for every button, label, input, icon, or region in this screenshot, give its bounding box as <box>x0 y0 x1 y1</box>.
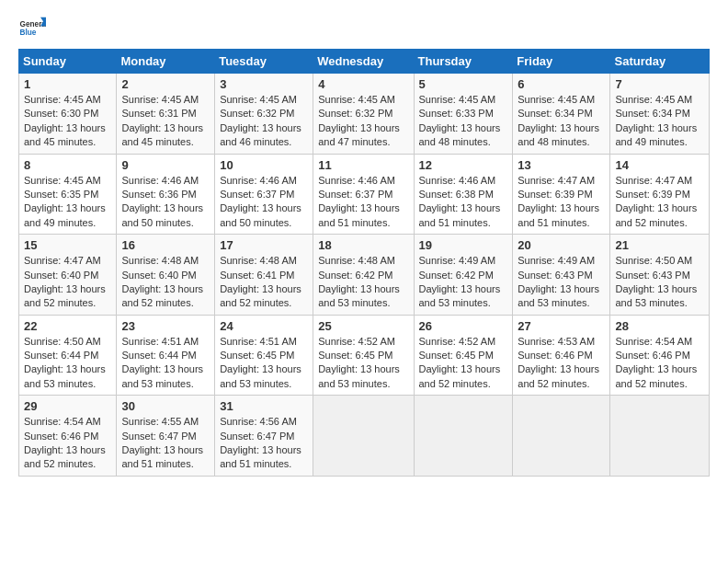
table-row: 8 Sunrise: 4:45 AMSunset: 6:35 PMDayligh… <box>19 154 117 235</box>
day-number: 15 <box>24 238 111 252</box>
day-number: 11 <box>318 158 408 172</box>
day-number: 6 <box>518 77 605 91</box>
table-row: 25 Sunrise: 4:52 AMSunset: 6:45 PMDaylig… <box>313 315 414 396</box>
table-row: 10 Sunrise: 4:46 AMSunset: 6:37 PMDaylig… <box>215 154 313 235</box>
table-row: 5 Sunrise: 4:45 AMSunset: 6:33 PMDayligh… <box>414 74 513 155</box>
day-number: 24 <box>220 319 308 333</box>
day-info: Sunrise: 4:50 AMSunset: 6:43 PMDaylight:… <box>615 254 704 311</box>
table-row: 3 Sunrise: 4:45 AMSunset: 6:32 PMDayligh… <box>215 74 313 155</box>
day-number: 28 <box>615 319 704 333</box>
day-number: 21 <box>615 238 704 252</box>
day-number: 30 <box>121 399 210 413</box>
calendar-header-row: Sunday Monday Tuesday Wednesday Thursday… <box>19 50 710 74</box>
table-row: 15 Sunrise: 4:47 AMSunset: 6:40 PMDaylig… <box>19 235 117 316</box>
day-number: 20 <box>518 238 605 252</box>
day-info: Sunrise: 4:47 AMSunset: 6:39 PMDaylight:… <box>518 174 605 231</box>
day-info: Sunrise: 4:56 AMSunset: 6:47 PMDaylight:… <box>220 415 308 472</box>
table-row: 14 Sunrise: 4:47 AMSunset: 6:39 PMDaylig… <box>610 154 710 235</box>
day-number: 14 <box>615 158 704 172</box>
day-info: Sunrise: 4:45 AMSunset: 6:30 PMDaylight:… <box>24 93 111 150</box>
day-info: Sunrise: 4:53 AMSunset: 6:46 PMDaylight:… <box>518 335 605 392</box>
day-number: 12 <box>419 158 508 172</box>
day-number: 17 <box>220 238 308 252</box>
table-row: 22 Sunrise: 4:50 AMSunset: 6:44 PMDaylig… <box>19 315 117 396</box>
col-thursday: Thursday <box>414 50 513 74</box>
day-info: Sunrise: 4:45 AMSunset: 6:33 PMDaylight:… <box>419 93 508 150</box>
table-row: 11 Sunrise: 4:46 AMSunset: 6:37 PMDaylig… <box>313 154 414 235</box>
day-number: 18 <box>318 238 408 252</box>
day-info: Sunrise: 4:50 AMSunset: 6:44 PMDaylight:… <box>24 335 111 392</box>
day-info: Sunrise: 4:52 AMSunset: 6:45 PMDaylight:… <box>419 335 508 392</box>
empty-cell <box>610 396 710 477</box>
table-row: 17 Sunrise: 4:48 AMSunset: 6:41 PMDaylig… <box>215 235 313 316</box>
day-number: 23 <box>121 319 210 333</box>
main-container: General Blue Sunday Monday Tuesday Wedne… <box>0 0 728 486</box>
day-info: Sunrise: 4:51 AMSunset: 6:44 PMDaylight:… <box>121 335 210 392</box>
day-info: Sunrise: 4:46 AMSunset: 6:37 PMDaylight:… <box>220 174 308 231</box>
col-tuesday: Tuesday <box>215 50 313 74</box>
day-number: 4 <box>318 77 408 91</box>
day-info: Sunrise: 4:45 AMSunset: 6:32 PMDaylight:… <box>220 93 308 150</box>
table-row: 2 Sunrise: 4:45 AMSunset: 6:31 PMDayligh… <box>117 74 215 155</box>
table-row: 12 Sunrise: 4:46 AMSunset: 6:38 PMDaylig… <box>414 154 513 235</box>
day-info: Sunrise: 4:49 AMSunset: 6:43 PMDaylight:… <box>518 254 605 311</box>
day-number: 7 <box>615 77 704 91</box>
calendar-table: Sunday Monday Tuesday Wednesday Thursday… <box>18 49 710 477</box>
day-number: 2 <box>121 77 210 91</box>
day-number: 26 <box>419 319 508 333</box>
table-row: 7 Sunrise: 4:45 AMSunset: 6:34 PMDayligh… <box>610 74 710 155</box>
day-info: Sunrise: 4:46 AMSunset: 6:37 PMDaylight:… <box>318 174 408 231</box>
day-number: 29 <box>24 399 111 413</box>
table-row: 9 Sunrise: 4:46 AMSunset: 6:36 PMDayligh… <box>117 154 215 235</box>
table-row: 30 Sunrise: 4:55 AMSunset: 6:47 PMDaylig… <box>117 396 215 477</box>
day-number: 13 <box>518 158 605 172</box>
header: General Blue <box>18 14 710 41</box>
day-info: Sunrise: 4:45 AMSunset: 6:32 PMDaylight:… <box>318 93 408 150</box>
day-info: Sunrise: 4:47 AMSunset: 6:40 PMDaylight:… <box>24 254 111 311</box>
day-info: Sunrise: 4:48 AMSunset: 6:41 PMDaylight:… <box>220 254 308 311</box>
day-info: Sunrise: 4:52 AMSunset: 6:45 PMDaylight:… <box>318 335 408 392</box>
col-monday: Monday <box>117 50 215 74</box>
day-info: Sunrise: 4:46 AMSunset: 6:38 PMDaylight:… <box>419 174 508 231</box>
day-number: 25 <box>318 319 408 333</box>
day-info: Sunrise: 4:54 AMSunset: 6:46 PMDaylight:… <box>615 335 704 392</box>
table-row: 20 Sunrise: 4:49 AMSunset: 6:43 PMDaylig… <box>513 235 610 316</box>
col-saturday: Saturday <box>610 50 710 74</box>
calendar-week-row: 29 Sunrise: 4:54 AMSunset: 6:46 PMDaylig… <box>19 396 710 477</box>
logo-icon: General Blue <box>18 14 46 41</box>
table-row: 1 Sunrise: 4:45 AMSunset: 6:30 PMDayligh… <box>19 74 117 155</box>
day-info: Sunrise: 4:49 AMSunset: 6:42 PMDaylight:… <box>419 254 508 311</box>
day-number: 10 <box>220 158 308 172</box>
day-info: Sunrise: 4:51 AMSunset: 6:45 PMDaylight:… <box>220 335 308 392</box>
day-info: Sunrise: 4:55 AMSunset: 6:47 PMDaylight:… <box>121 415 210 472</box>
table-row: 26 Sunrise: 4:52 AMSunset: 6:45 PMDaylig… <box>414 315 513 396</box>
table-row: 28 Sunrise: 4:54 AMSunset: 6:46 PMDaylig… <box>610 315 710 396</box>
table-row: 4 Sunrise: 4:45 AMSunset: 6:32 PMDayligh… <box>313 74 414 155</box>
calendar-week-row: 22 Sunrise: 4:50 AMSunset: 6:44 PMDaylig… <box>19 315 710 396</box>
day-number: 3 <box>220 77 308 91</box>
col-sunday: Sunday <box>19 50 117 74</box>
calendar-week-row: 8 Sunrise: 4:45 AMSunset: 6:35 PMDayligh… <box>19 154 710 235</box>
table-row: 18 Sunrise: 4:48 AMSunset: 6:42 PMDaylig… <box>313 235 414 316</box>
day-number: 16 <box>121 238 210 252</box>
day-info: Sunrise: 4:46 AMSunset: 6:36 PMDaylight:… <box>121 174 210 231</box>
day-number: 27 <box>518 319 605 333</box>
col-wednesday: Wednesday <box>313 50 414 74</box>
day-info: Sunrise: 4:45 AMSunset: 6:35 PMDaylight:… <box>24 174 111 231</box>
table-row: 31 Sunrise: 4:56 AMSunset: 6:47 PMDaylig… <box>215 396 313 477</box>
table-row: 21 Sunrise: 4:50 AMSunset: 6:43 PMDaylig… <box>610 235 710 316</box>
logo: General Blue <box>18 14 50 41</box>
day-number: 9 <box>121 158 210 172</box>
table-row: 23 Sunrise: 4:51 AMSunset: 6:44 PMDaylig… <box>117 315 215 396</box>
table-row: 19 Sunrise: 4:49 AMSunset: 6:42 PMDaylig… <box>414 235 513 316</box>
empty-cell <box>414 396 513 477</box>
day-info: Sunrise: 4:45 AMSunset: 6:34 PMDaylight:… <box>518 93 605 150</box>
table-row: 29 Sunrise: 4:54 AMSunset: 6:46 PMDaylig… <box>19 396 117 477</box>
day-number: 1 <box>24 77 111 91</box>
day-info: Sunrise: 4:45 AMSunset: 6:34 PMDaylight:… <box>615 93 704 150</box>
day-number: 31 <box>220 399 308 413</box>
day-info: Sunrise: 4:45 AMSunset: 6:31 PMDaylight:… <box>121 93 210 150</box>
table-row: 27 Sunrise: 4:53 AMSunset: 6:46 PMDaylig… <box>513 315 610 396</box>
table-row: 24 Sunrise: 4:51 AMSunset: 6:45 PMDaylig… <box>215 315 313 396</box>
day-info: Sunrise: 4:48 AMSunset: 6:40 PMDaylight:… <box>121 254 210 311</box>
